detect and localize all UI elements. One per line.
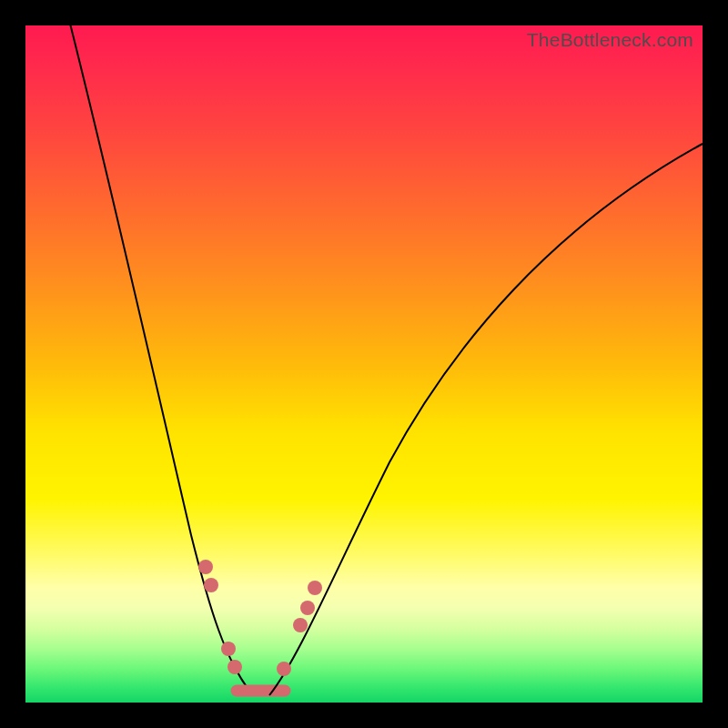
marker-dot: [204, 578, 218, 592]
marker-dot: [228, 660, 242, 674]
curve-left: [69, 20, 253, 695]
chart-frame: TheBottleneck.com: [0, 0, 728, 728]
marker-dot: [308, 581, 322, 595]
curve-layer: [25, 25, 703, 703]
curve-right: [269, 144, 703, 695]
marker-dot: [293, 618, 308, 632]
plot-area: TheBottleneck.com: [25, 25, 703, 703]
marker-dot: [277, 662, 291, 676]
marker-dot: [300, 601, 315, 615]
marker-dot: [221, 642, 236, 656]
marker-dot: [198, 560, 213, 574]
